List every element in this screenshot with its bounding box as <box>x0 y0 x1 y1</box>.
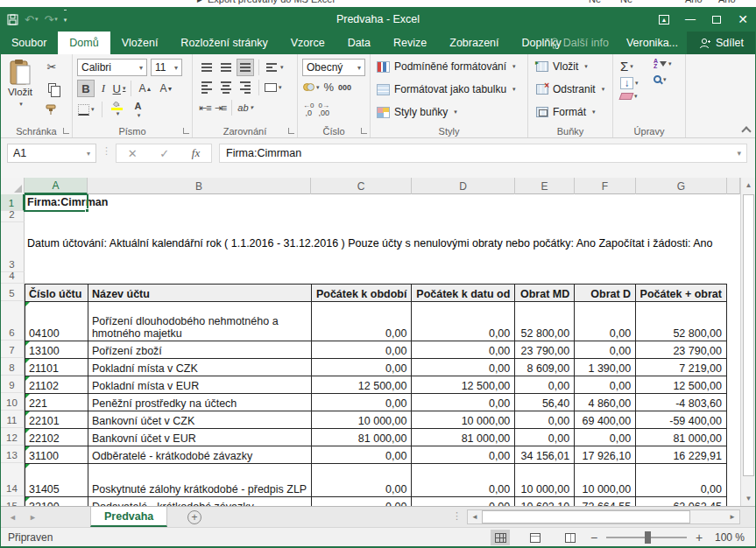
cell-pocatek-plus-obrat[interactable]: -62 062,45 <box>636 497 727 506</box>
grow-font-button[interactable]: A▲ <box>136 80 155 97</box>
new-sheet-button[interactable]: + <box>187 510 201 524</box>
align-top-icon[interactable] <box>198 59 215 76</box>
fill-color-button[interactable] <box>109 101 126 118</box>
zoom-slider-thumb[interactable] <box>645 531 651 544</box>
sheet-nav-right-icon[interactable]: ► <box>29 513 37 522</box>
close-button[interactable]: ✕ <box>730 7 756 32</box>
maximize-button[interactable] <box>703 7 730 32</box>
zoom-in-button[interactable]: + <box>694 530 704 544</box>
cell-obrat-d[interactable]: 72 664,55 <box>575 497 636 506</box>
cell-account-number[interactable]: 31100 <box>25 446 88 464</box>
cell-obrat-md[interactable]: 8 609,00 <box>515 359 575 376</box>
page-break-view-button[interactable] <box>561 530 580 545</box>
column-header-c[interactable]: C <box>311 178 412 194</box>
cell-obrat-d[interactable]: 0,00 <box>575 341 636 359</box>
clear-button[interactable] <box>620 93 639 100</box>
cell-styles-button[interactable]: Styly buňky <box>373 104 461 120</box>
align-right-icon[interactable] <box>237 79 254 96</box>
cell-account-number[interactable]: 21101 <box>25 359 88 376</box>
tab-rozlozeni-stranky[interactable]: Rozložení stránky <box>169 32 279 54</box>
cell-obrat-d[interactable]: 4 860,00 <box>575 394 636 411</box>
share-button[interactable]: Sdílet <box>687 32 756 54</box>
cell-obrat-d[interactable]: 69 400,00 <box>575 411 636 429</box>
cell-obrat-md[interactable]: 10 000,00 <box>515 464 575 497</box>
row-header-3[interactable]: 3 <box>0 222 25 272</box>
sheet-grid[interactable]: 123456789101112131415 Firma:Cimrman Datu… <box>0 194 740 506</box>
delete-cells-button[interactable]: Odstranit <box>533 81 608 97</box>
align-center-icon[interactable] <box>217 79 235 96</box>
accounting-format-icon[interactable] <box>302 82 321 92</box>
copy-button[interactable] <box>41 79 62 97</box>
tab-scroll-splitter[interactable]: ⋮ <box>452 510 462 522</box>
tab-revize[interactable]: Revize <box>382 32 438 54</box>
cell-account-name[interactable]: Pořízení dlouhodobého nehmotného a hmotn… <box>88 302 312 341</box>
cell-obrat-d[interactable]: 1 390,00 <box>575 359 636 376</box>
zoom-slider[interactable] <box>606 537 687 538</box>
header-pocatek-plus-obrat[interactable]: Počátek + obrat <box>636 285 727 302</box>
row-header-4[interactable]: 4 <box>0 272 25 284</box>
align-left-icon[interactable] <box>198 79 215 96</box>
cell-obrat-md[interactable]: 0,00 <box>515 376 575 394</box>
cell-obrat-d[interactable]: 17 926,10 <box>575 446 636 464</box>
borders-button[interactable] <box>77 103 95 116</box>
cell-obrat-d[interactable]: 10 000,00 <box>575 464 636 497</box>
normal-view-button[interactable] <box>491 530 510 545</box>
collapse-ribbon-icon[interactable] <box>742 125 749 132</box>
scroll-left-icon[interactable]: ◄ <box>468 510 482 523</box>
formula-bar-expand-icon[interactable]: ▾ <box>737 149 741 158</box>
enter-icon[interactable]: ✓ <box>159 147 169 160</box>
cell-obrat-md[interactable]: 56,40 <box>515 394 575 411</box>
row-header-10[interactable]: 10 <box>0 393 25 411</box>
italic-button[interactable]: I <box>96 80 110 97</box>
alignment-dialog-launcher[interactable] <box>288 128 294 134</box>
row-header-14[interactable]: 14 <box>0 463 25 496</box>
wrap-text-icon[interactable] <box>264 58 285 77</box>
cell-account-number[interactable]: 221 <box>25 394 88 411</box>
vertical-scrollbar-thumb[interactable] <box>743 194 754 476</box>
cell-pocatek-k-obdobi[interactable]: 0,00 <box>312 341 413 359</box>
header-nazev-uctu[interactable]: Název účtu <box>88 285 312 302</box>
cell-obrat-d[interactable]: 0,00 <box>575 376 636 394</box>
conditional-formatting-button[interactable]: Podmíněné formátování <box>373 59 519 74</box>
formula-input[interactable]: Firma:Cimrman ▾ <box>219 144 747 163</box>
page-layout-view-button[interactable] <box>526 530 545 545</box>
cell-pocatek-plus-obrat[interactable]: 0,00 <box>636 464 727 497</box>
row-header-6[interactable]: 6 <box>0 301 25 341</box>
row-header-12[interactable]: 12 <box>0 428 25 446</box>
active-cell-selection[interactable] <box>24 194 88 212</box>
cell-pocatek-k-obdobi[interactable]: 12 500,00 <box>312 376 413 394</box>
autosum-button[interactable]: Σ <box>620 59 639 74</box>
name-box[interactable]: A1 <box>7 144 96 163</box>
cell-pocatek-plus-obrat[interactable]: -4 803,60 <box>636 394 727 411</box>
row-header-11[interactable]: 11 <box>0 411 25 428</box>
bold-button[interactable]: B <box>77 80 95 97</box>
cell-account-name[interactable]: Pokladní místa v EUR <box>88 376 312 394</box>
fill-button[interactable]: ↓ <box>620 77 639 89</box>
cell-pocatek-plus-obrat[interactable]: -59 400,00 <box>636 411 727 429</box>
cell-pocatek-k-datu-od[interactable]: 0,00 <box>412 394 515 411</box>
fill-handle[interactable] <box>85 208 89 213</box>
cell-obrat-md[interactable]: 0,00 <box>515 411 575 429</box>
font-size-select[interactable]: 11 <box>151 59 182 76</box>
cell-pocatek-k-obdobi[interactable]: 0,00 <box>312 359 413 376</box>
increase-decimal-icon[interactable]: ←0,0 <box>302 101 314 118</box>
cell-pocatek-k-obdobi[interactable]: 0,00 <box>312 464 413 497</box>
number-format-select[interactable]: Obecný <box>302 59 365 76</box>
zoom-level[interactable]: 100 % <box>715 528 745 547</box>
row-header-5[interactable]: 5 <box>0 284 25 301</box>
header-pocatek-k-obdobi[interactable]: Počátek k období <box>312 285 413 302</box>
column-header-f[interactable]: F <box>575 178 636 194</box>
column-header-b[interactable]: B <box>88 178 311 194</box>
underline-button[interactable]: U <box>112 80 126 97</box>
column-header-d[interactable]: D <box>412 178 515 194</box>
cell-account-name[interactable]: Pořízení zboží <box>88 341 312 359</box>
cell-account-name[interactable]: Odběratelé - krátkodobé závazky <box>88 446 312 464</box>
sheet-nav-left-icon[interactable]: ◄ <box>9 513 17 522</box>
cell-account-name[interactable]: Bankovní účet v EUR <box>88 429 312 446</box>
cell-pocatek-plus-obrat[interactable]: 12 500,00 <box>636 376 727 394</box>
cell-pocatek-k-datu-od[interactable]: 0,00 <box>412 302 515 341</box>
sheet-tab-predvaha[interactable]: Predvaha <box>90 507 167 527</box>
cell-obrat-d[interactable]: 0,00 <box>575 429 636 446</box>
tab-data[interactable]: Data <box>336 32 382 54</box>
tell-me-button[interactable]: Další info <box>541 37 618 49</box>
